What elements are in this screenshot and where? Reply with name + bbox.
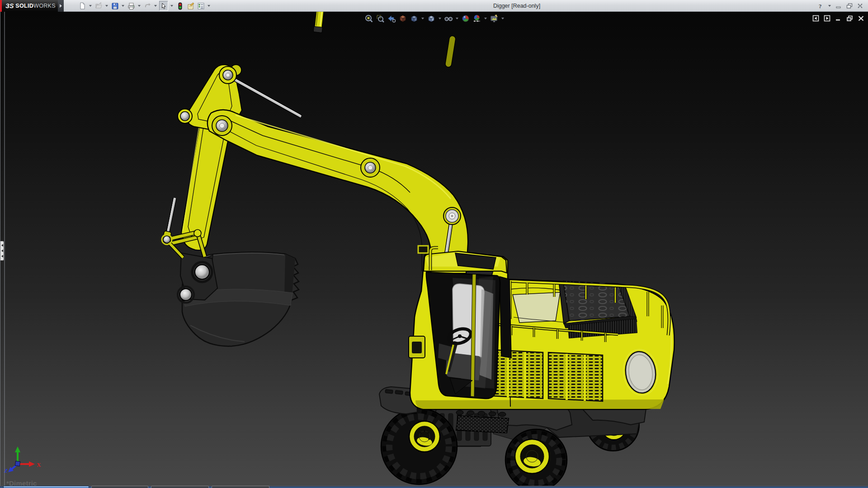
- graphics-area[interactable]: X Z: [0, 12, 868, 486]
- x-axis-arrow: [29, 461, 35, 467]
- open-icon: [95, 2, 103, 10]
- restore-button[interactable]: [845, 2, 854, 10]
- select-caret[interactable]: [170, 5, 173, 7]
- apply-scene-caret[interactable]: [484, 18, 487, 19]
- apply-scene-button[interactable]: [472, 14, 481, 23]
- menu-expand-tab[interactable]: [58, 0, 64, 12]
- title-bar: ЗSSOLIDWORKS Digger [Read-only]: [0, 0, 868, 12]
- standard-toolbar: [78, 0, 211, 12]
- undo-icon: [144, 2, 151, 10]
- view-settings-caret[interactable]: [501, 18, 504, 19]
- taskbar-active-button-top[interactable]: [3, 486, 89, 488]
- edit-appearance-button[interactable]: [461, 14, 470, 23]
- view-settings-button[interactable]: [490, 14, 499, 23]
- model-scene[interactable]: X Z: [0, 12, 868, 486]
- document-minimize-button[interactable]: [835, 14, 842, 22]
- wheel-front-left[interactable]: [381, 408, 457, 484]
- annotation-icon: [187, 2, 194, 10]
- display-style-button[interactable]: [427, 14, 436, 23]
- boom[interactable]: [73, 12, 468, 273]
- new-document-caret[interactable]: [89, 5, 92, 7]
- collapse-arrow-icon: [1, 244, 3, 247]
- display-style-caret[interactable]: [439, 18, 441, 19]
- minimize-button[interactable]: [835, 2, 843, 10]
- view-settings-icon: [490, 14, 499, 23]
- taskbar-button-top[interactable]: [212, 486, 269, 488]
- open-caret[interactable]: [105, 5, 108, 7]
- options-checklist-button[interactable]: [196, 1, 205, 11]
- options-caret[interactable]: [208, 5, 210, 7]
- document-close-button[interactable]: [857, 14, 864, 22]
- select-cursor-icon: [160, 2, 168, 10]
- taskbar-button-top[interactable]: [91, 486, 148, 488]
- collapse-arrow-icon: [1, 255, 3, 258]
- help-icon: ?: [817, 2, 824, 9]
- help-button[interactable]: ?: [816, 2, 825, 10]
- annotation-button[interactable]: [186, 1, 195, 11]
- solidworks-logo: ЗSSOLIDWORKS: [2, 0, 58, 12]
- view-orientation-icon: [410, 14, 419, 23]
- options-checklist-icon: [197, 2, 205, 10]
- panel-splitter-line[interactable]: [4, 12, 5, 486]
- triad-origin: [15, 461, 20, 466]
- view-orientation-button[interactable]: [410, 14, 419, 23]
- save-caret[interactable]: [122, 5, 124, 7]
- document-close-icon: [858, 15, 864, 22]
- orientation-triad: X Z: [4, 446, 41, 474]
- print-button[interactable]: [127, 1, 136, 11]
- document-minimize-icon: [835, 15, 842, 22]
- titlebar-window-controls: ?: [816, 0, 864, 12]
- print-caret[interactable]: [138, 5, 141, 7]
- print-icon: [127, 2, 135, 10]
- window-title: Digger [Read-only]: [493, 3, 540, 9]
- help-menu-caret[interactable]: [828, 5, 831, 7]
- display-style-icon: [427, 14, 436, 23]
- document-window-controls: [812, 14, 864, 22]
- zoom-to-area-button[interactable]: [376, 14, 385, 23]
- taskbar-button-top[interactable]: [151, 486, 209, 488]
- engine-block[interactable]: [559, 281, 637, 338]
- previous-view-button[interactable]: [387, 14, 396, 23]
- mirror: [418, 246, 428, 253]
- apply-scene-icon: [472, 14, 481, 23]
- zoom-to-fit-icon: [364, 14, 373, 23]
- stoplight-icon: [176, 2, 184, 10]
- zoom-to-fit-button[interactable]: [364, 14, 373, 23]
- x-axis-label: X: [37, 461, 41, 468]
- pane-toggle-left-button[interactable]: [812, 14, 819, 22]
- hide-show-items-icon: [444, 14, 453, 23]
- svg-text:?: ?: [819, 3, 822, 9]
- close-button[interactable]: [856, 2, 864, 10]
- section-view-button[interactable]: [398, 14, 407, 23]
- new-document-button[interactable]: [78, 1, 87, 11]
- edit-appearance-icon: [461, 14, 470, 23]
- close-icon: [857, 2, 864, 9]
- open-button[interactable]: [94, 1, 103, 11]
- taskbar-edge[interactable]: [0, 486, 868, 488]
- document-restore-icon: [846, 15, 853, 22]
- zoom-to-area-icon: [376, 14, 385, 23]
- pane-toggle-right-button[interactable]: [823, 14, 830, 22]
- brand-works: WORKS: [33, 3, 56, 9]
- document-restore-button[interactable]: [846, 14, 853, 22]
- hide-show-items-caret[interactable]: [456, 18, 458, 19]
- pane-toggle-right-icon: [824, 15, 830, 22]
- undo-button[interactable]: [143, 1, 152, 11]
- heads-up-view-toolbar: [364, 14, 505, 23]
- section-view-icon: [398, 14, 407, 23]
- panel-splitter-tab[interactable]: [0, 241, 4, 261]
- save-icon: [111, 2, 119, 10]
- brand-solid: SOLID: [15, 3, 33, 9]
- stoplight-button[interactable]: [175, 1, 184, 11]
- new-document-icon: [79, 2, 86, 10]
- select-button[interactable]: [159, 1, 168, 11]
- brand-glyph: ЗS: [5, 2, 14, 9]
- wheel-rear-left[interactable]: [505, 429, 567, 486]
- hide-show-items-button[interactable]: [444, 14, 453, 23]
- save-button[interactable]: [110, 1, 119, 11]
- restore-icon: [846, 2, 853, 9]
- undo-caret[interactable]: [154, 5, 157, 7]
- view-orientation-caret[interactable]: [421, 18, 424, 19]
- minimize-icon: [835, 2, 842, 9]
- bucket-linkage[interactable]: [162, 230, 217, 303]
